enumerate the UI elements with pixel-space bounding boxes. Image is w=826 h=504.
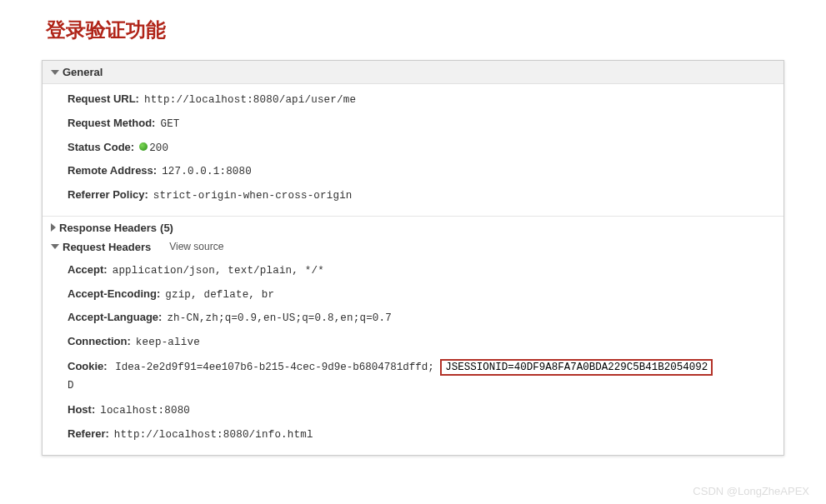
label-remote-address: Remote Address: [68,162,157,179]
value-host: localhost:8080 [100,403,190,419]
row-connection: Connection: keep-alive [43,330,783,354]
value-accept: application/json, text/plain, */* [113,263,324,279]
row-cookie: Cookie: Idea-2e2d9f91=4ee107b6-b215-4cec… [43,354,783,399]
watermark: CSDN @LongZheAPEX [693,485,809,497]
request-headers-body: Accept: application/json, text/plain, */… [43,255,783,455]
status-dot-icon [139,142,148,151]
value-accept-encoding: gzip, deflate, br [165,287,274,303]
label-request-method: Request Method: [68,115,155,132]
view-source-link[interactable]: View source [169,241,223,252]
label-referer: Referer: [68,426,109,442]
label-request-url: Request URL: [68,91,139,107]
section-header-response-headers[interactable]: Response Headers (5) [43,217,783,236]
devtools-headers-panel: General Request URL: http://localhost:80… [42,60,784,456]
label-connection: Connection: [68,333,131,350]
section-label-response-headers: Response Headers [59,222,157,234]
response-headers-count: (5) [160,222,173,234]
page-title: 登录验证功能 [46,17,784,43]
value-connection: keep-alive [136,335,200,351]
row-accept: Accept: application/json, text/plain, */… [43,258,783,282]
value-request-method: GET [160,117,179,132]
row-status-code: Status Code: 200 [43,136,783,160]
row-host: Host: localhost:8080 [43,398,783,422]
value-cookie-prefix: Idea-2e2d9f91=4ee107b6-b215-4cec-9d9e-b6… [115,362,440,373]
row-referer: Referer: http://localhost:8080/info.html [43,422,783,447]
label-cookie: Cookie: [68,360,108,372]
triangle-down-icon [51,244,59,249]
label-accept-language: Accept-Language: [68,309,162,326]
section-header-general[interactable]: General [43,61,783,84]
label-status-code: Status Code: [68,139,134,156]
value-remote-address: 127.0.0.1:8080 [162,164,252,180]
row-request-method: Request Method: GET [43,112,783,136]
cookie-jsessionid-highlight: JSESSIONID=40DF9A8FA7A0BDA229C5B41B20540… [440,359,713,376]
value-cookie-suffix: D [68,380,74,392]
section-label-request-headers: Request Headers [63,241,151,253]
value-referer: http://localhost:8080/info.html [114,427,313,443]
value-status-code: 200 [149,141,168,157]
triangle-down-icon [51,70,59,75]
value-accept-language: zh-CN,zh;q=0.9,en-US;q=0.8,en;q=0.7 [167,311,392,327]
label-referrer-policy: Referrer Policy: [68,187,148,203]
row-referrer-policy: Referrer Policy: strict-origin-when-cros… [43,183,783,207]
triangle-right-icon [51,223,56,232]
value-referrer-policy: strict-origin-when-cross-origin [153,188,353,204]
label-accept: Accept: [68,262,108,278]
general-section-body: Request URL: http://localhost:8080/api/u… [43,84,783,216]
section-label-general: General [63,66,103,78]
row-accept-encoding: Accept-Encoding: gzip, deflate, br [43,282,783,307]
value-request-url: http://localhost:8080/api/user/me [144,92,356,108]
row-request-url: Request URL: http://localhost:8080/api/u… [43,87,783,112]
label-host: Host: [68,402,95,418]
section-header-request-headers[interactable]: Request Headers View source [43,236,783,255]
row-remote-address: Remote Address: 127.0.0.1:8080 [43,159,783,183]
row-accept-language: Accept-Language: zh-CN,zh;q=0.9,en-US;q=… [43,306,783,330]
label-accept-encoding: Accept-Encoding: [68,286,160,302]
